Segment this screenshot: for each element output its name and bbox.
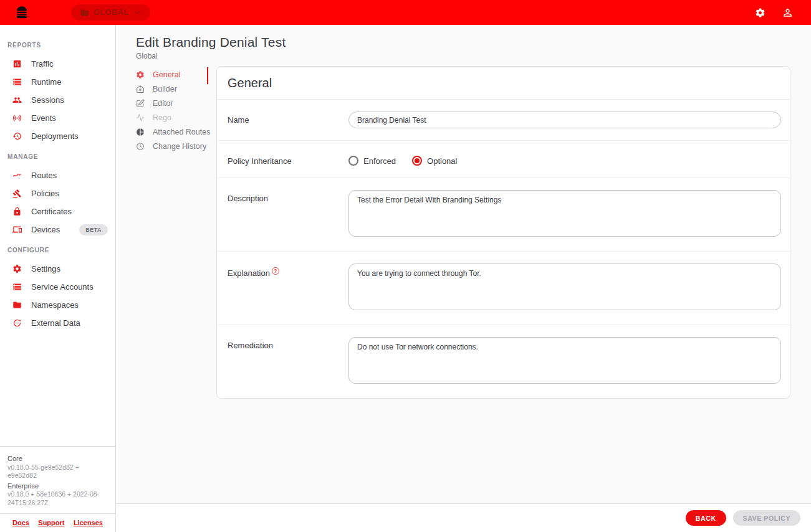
subnav-item-editor[interactable]: Editor [136,96,216,110]
remediation-textarea[interactable]: Do not use Tor network connections. [348,337,781,384]
sidebar-item-settings[interactable]: Settings [0,260,115,278]
radio-unchecked-icon [348,156,358,166]
sidebar-item-devices[interactable]: Devices BETA [0,221,115,239]
change-history-clock-icon [136,142,145,151]
app-window: GLOBAL REPORTS [0,0,811,532]
name-field-label: Name [228,112,348,128]
sidebar-section-reports: REPORTS [0,42,115,49]
policy-subnav: General Builder Editor Rego [136,66,216,399]
subnav-item-label: Editor [153,99,173,108]
subnav-item-rego[interactable]: Rego [136,110,216,125]
subnav-item-change-history[interactable]: Change History [136,139,216,153]
service-accounts-icon [12,282,22,292]
deployments-history-icon [12,131,22,141]
policy-inheritance-radio-group: Enforced Optional [348,153,781,166]
subnav-item-label: Rego [153,113,171,122]
enforced-radio[interactable]: Enforced [348,156,396,166]
remediation-field-row: Remediation Do not use Tor network conne… [217,325,790,398]
sidebar-item-label: Service Accounts [31,282,94,292]
top-bar: GLOBAL [0,0,811,25]
sidebar-item-label: Traffic [31,59,53,69]
sidebar-item-label: Policies [31,189,59,198]
active-tab-indicator [207,67,209,84]
sidebar-footer-links: Docs Support Licenses [0,513,115,532]
radio-checked-icon [412,156,422,166]
sidebar-item-label: Devices [31,225,60,234]
general-settings-card: General Name Policy Inheritance [216,66,790,399]
subnav-item-general[interactable]: General [136,67,216,82]
policy-inheritance-row: Policy Inheritance Enforced O [217,140,790,178]
description-field-label: Description [228,190,348,239]
sidebar-item-label: Deployments [31,131,79,141]
subnav-item-label: Attached Routes [153,128,210,136]
editor-edit-icon [136,99,145,108]
sidebar-item-traffic[interactable]: Traffic [0,55,115,73]
policy-inheritance-label: Policy Inheritance [228,153,348,166]
subnav-item-attached-routes[interactable]: Attached Routes [136,125,216,139]
explanation-textarea[interactable]: You are trying to connect through Tor. [348,264,781,310]
runtime-storage-icon [12,77,22,87]
namespace-selector-label: GLOBAL [94,8,128,17]
sidebar-item-service-accounts[interactable]: Service Accounts [0,278,115,296]
optional-radio-label: Optional [427,156,457,166]
page-title: Edit Branding Denial Test [136,35,790,50]
general-gear-icon [136,70,145,79]
sidebar-item-sessions[interactable]: Sessions [0,91,115,109]
traffic-chart-icon [12,59,22,69]
subnav-item-label: Builder [153,85,177,93]
sidebar-item-label: Routes [31,171,57,180]
brand-logo-icon[interactable] [14,4,30,21]
name-field-row: Name [217,100,790,140]
sidebar: REPORTS Traffic Runtime Sessions [0,25,116,532]
routes-path-icon [12,171,22,180]
sidebar-item-events[interactable]: Events [0,109,115,127]
explanation-field-row: Explanation? You are trying to connect t… [217,251,790,325]
sidebar-item-policies[interactable]: Policies [0,184,115,202]
sidebar-item-label: Sessions [31,95,64,105]
name-input[interactable] [348,112,781,128]
back-button[interactable]: BACK [686,510,726,526]
save-policy-button[interactable]: SAVE POLICY [733,510,800,526]
support-link[interactable]: Support [38,519,64,526]
sidebar-item-namespaces[interactable]: Namespaces [0,296,115,314]
description-textarea[interactable]: Test the Error Detail With Branding Sett… [348,190,781,237]
description-field-row: Description Test the Error Detail With B… [217,178,790,251]
sidebar-item-routes[interactable]: Routes [0,166,115,184]
sidebar-item-external-data[interactable]: External Data [0,314,115,332]
settings-gear-icon[interactable] [755,7,765,18]
external-data-sync-icon [12,318,22,328]
optional-radio[interactable]: Optional [412,156,457,166]
action-footer: BACK SAVE POLICY [116,503,811,532]
help-question-icon[interactable]: ? [272,267,279,275]
beta-badge: BETA [79,224,108,235]
sidebar-item-label: Certificates [31,207,72,216]
card-title: General [217,67,790,100]
user-account-icon[interactable] [782,7,794,19]
sidebar-item-label: Namespaces [31,300,79,310]
devices-icon [12,225,22,234]
chevron-down-icon [133,8,142,17]
folder-icon [80,8,89,17]
sidebar-item-label: Settings [31,264,60,273]
sidebar-item-certificates[interactable]: Certificates [0,202,115,221]
sidebar-item-label: Events [31,113,56,123]
main-content: Edit Branding Denial Test Global General… [116,25,811,503]
sidebar-section-manage: MANAGE [0,153,115,160]
version-info: Core v0.18.0-55-ge9e52d82 + e9e52d82 Ent… [0,446,115,513]
namespace-selector[interactable]: GLOBAL [71,4,150,21]
sessions-people-icon [12,95,22,105]
builder-home-icon [136,85,145,93]
remediation-field-label: Remediation [228,337,348,386]
sidebar-item-runtime[interactable]: Runtime [0,73,115,91]
subnav-item-builder[interactable]: Builder [136,82,216,96]
sidebar-section-configure: CONFIGURE [0,247,115,254]
enforced-radio-label: Enforced [363,156,396,166]
licenses-link[interactable]: Licenses [74,519,103,526]
enterprise-version-value: v0.18.0 + 58e10636 + 2022-08-24T15:26:27… [7,490,108,507]
attached-routes-pie-icon [136,128,145,136]
subnav-item-label: General [153,70,180,79]
sidebar-item-deployments[interactable]: Deployments [0,127,115,145]
page-subtitle: Global [136,52,790,60]
core-version-label: Core [7,455,108,463]
docs-link[interactable]: Docs [12,519,29,526]
